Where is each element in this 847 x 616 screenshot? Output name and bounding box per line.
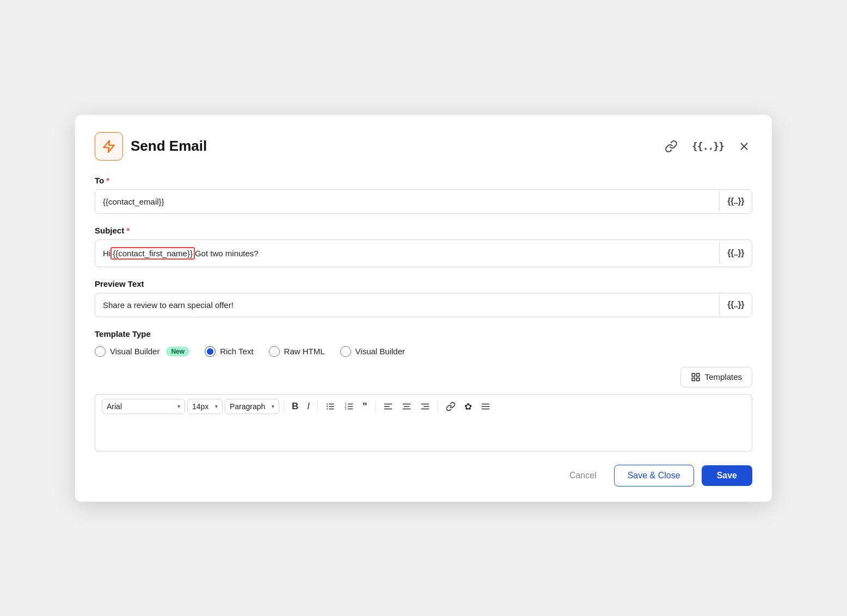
radio-raw-html[interactable] — [269, 346, 280, 357]
variable-icon-button[interactable]: {{..}} — [690, 138, 726, 154]
subject-suffix: Got two minutes? — [195, 249, 259, 258]
svg-point-11 — [327, 406, 328, 407]
svg-text:3: 3 — [345, 407, 347, 410]
bullet-list-button[interactable] — [322, 399, 339, 414]
radio-option-rich-text[interactable]: Rich Text — [205, 346, 253, 357]
svg-point-10 — [327, 403, 328, 404]
to-input[interactable] — [95, 190, 719, 213]
modal-title: Send Email — [131, 138, 662, 155]
subject-field-row: Hi {{contact_first_name}} Got two minute… — [95, 239, 752, 267]
radio-option-visual-builder-1[interactable]: Visual Builder New — [95, 346, 189, 357]
align-left-button[interactable] — [380, 399, 396, 414]
svg-point-12 — [327, 408, 328, 409]
svg-rect-5 — [692, 378, 695, 380]
align-right-button[interactable] — [417, 399, 433, 414]
modal-header: Send Email {{..}} — [95, 132, 752, 161]
toolbar-divider-4 — [438, 401, 438, 412]
badge-new: New — [166, 347, 189, 356]
to-field-row: {{..}} — [95, 189, 752, 214]
modal-footer: Cancel Save & Close Save — [95, 465, 752, 486]
more-options-button[interactable] — [477, 399, 494, 414]
radio-visual-builder-2[interactable] — [340, 346, 351, 357]
svg-rect-3 — [692, 373, 695, 376]
bold-button[interactable]: B — [289, 399, 302, 414]
templates-row: Templates — [95, 367, 752, 387]
subject-field-section: Subject * Hi {{contact_first_name}} Got … — [95, 226, 752, 267]
editor-toolbar: Arial Georgia Times New Roman 14px 12px … — [95, 394, 752, 419]
subject-variable-button[interactable]: {{..}} — [719, 243, 752, 263]
radio-rich-text[interactable] — [205, 346, 216, 357]
subject-display[interactable]: Hi {{contact_first_name}} Got two minute… — [95, 240, 719, 267]
svg-rect-4 — [696, 373, 699, 376]
radio-label-visual-builder-1: Visual Builder — [110, 347, 159, 356]
subject-token: {{contact_first_name}} — [111, 247, 195, 260]
send-email-modal: Send Email {{..}} To * {{. — [75, 115, 772, 502]
align-center-button[interactable] — [398, 399, 415, 414]
modal-icon — [95, 132, 123, 161]
toolbar-divider-3 — [375, 401, 376, 412]
to-variable-button[interactable]: {{..}} — [719, 191, 752, 212]
font-size-select[interactable]: 14px 12px 16px 18px — [187, 399, 223, 414]
close-button[interactable] — [736, 138, 752, 155]
templates-icon — [691, 372, 701, 382]
subject-required-star: * — [126, 226, 130, 235]
numbered-list-button[interactable]: 123 — [341, 399, 357, 414]
radio-label-visual-builder-2: Visual Builder — [355, 347, 405, 356]
radio-label-raw-html: Raw HTML — [284, 347, 325, 356]
save-close-button[interactable]: Save & Close — [614, 465, 694, 486]
template-type-label: Template Type — [95, 329, 752, 338]
toolbar-divider-1 — [284, 401, 284, 412]
svg-rect-6 — [696, 378, 699, 380]
font-size-wrapper: 14px 12px 16px 18px — [187, 399, 223, 414]
subject-label: Subject * — [95, 226, 752, 235]
toolbar-divider-2 — [317, 401, 318, 412]
radio-group: Visual Builder New Rich Text Raw HTML Vi… — [95, 346, 752, 357]
preview-text-variable-button[interactable]: {{..}} — [719, 294, 752, 315]
font-family-wrapper: Arial Georgia Times New Roman — [102, 399, 185, 414]
cancel-button[interactable]: Cancel — [560, 465, 606, 486]
radio-option-raw-html[interactable]: Raw HTML — [269, 346, 325, 357]
save-button[interactable]: Save — [702, 465, 752, 486]
radio-option-visual-builder-2[interactable]: Visual Builder — [340, 346, 405, 357]
link-icon-button[interactable] — [662, 138, 680, 155]
to-label: To * — [95, 176, 752, 185]
templates-button[interactable]: Templates — [680, 367, 752, 387]
font-family-select[interactable]: Arial Georgia Times New Roman — [102, 399, 185, 414]
templates-button-label: Templates — [705, 372, 742, 381]
radio-visual-builder-1[interactable] — [95, 346, 106, 357]
to-field-section: To * {{..}} — [95, 176, 752, 214]
preview-text-field-row: {{..}} — [95, 293, 752, 317]
italic-button[interactable]: I — [304, 399, 313, 414]
link-button[interactable] — [443, 399, 459, 414]
to-required-star: * — [106, 176, 109, 185]
image-button[interactable]: ✿ — [461, 399, 475, 415]
blockquote-button[interactable]: " — [359, 399, 371, 415]
paragraph-select[interactable]: Paragraph Heading 1 Heading 2 — [225, 399, 279, 414]
preview-text-input[interactable] — [95, 293, 719, 317]
paragraph-wrapper: Paragraph Heading 1 Heading 2 — [225, 399, 279, 414]
subject-prefix: Hi — [103, 249, 111, 258]
preview-text-label: Preview Text — [95, 279, 752, 288]
svg-marker-0 — [103, 140, 114, 152]
preview-text-field-section: Preview Text {{..}} — [95, 279, 752, 317]
header-actions: {{..}} — [662, 138, 752, 155]
editor-area[interactable] — [95, 419, 752, 452]
radio-label-rich-text: Rich Text — [220, 347, 253, 356]
template-type-section: Template Type Visual Builder New Rich Te… — [95, 329, 752, 357]
